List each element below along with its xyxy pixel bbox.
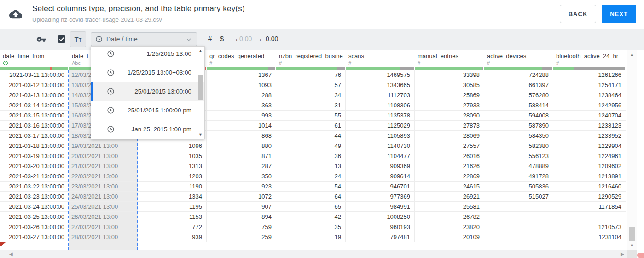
table-cell: 26/03/2021 13:00 — [69, 212, 138, 222]
table-cell: 1343665 — [346, 80, 415, 90]
column-header-label: manual_entries — [418, 50, 484, 59]
column-header[interactable]: scans# — [346, 50, 415, 67]
table-cell: 1190 — [138, 182, 207, 191]
horizontal-scrollbar[interactable]: ◀ ▶ — [0, 250, 627, 258]
format-option[interactable]: 25/01/2015 13:00:00 — [91, 82, 204, 101]
column-header-label: nzbn_registered_busine — [279, 50, 346, 59]
format-option[interactable]: Jan 25, 2015 1:00 pm — [91, 120, 204, 139]
table-row: 2021-03-26 13:00:0027/03/2021 13:0077275… — [0, 222, 626, 232]
column-header[interactable]: nzbn_registered_busine# — [276, 50, 346, 67]
table-cell: 33398 — [415, 70, 484, 80]
table-cell: 984991 — [346, 202, 415, 211]
table-cell: 505836 — [484, 182, 553, 191]
table-cell: 26782 — [415, 212, 484, 222]
column-header[interactable]: active_devices# — [484, 50, 553, 67]
clock-icon — [107, 69, 115, 76]
table-cell: 28/03/2021 13:00 — [69, 232, 138, 242]
table-cell — [484, 202, 553, 211]
vertical-scrollbar[interactable]: ▲ ▼ — [627, 50, 637, 252]
format-option[interactable]: 25/01/2015 1:00:00 pm — [91, 101, 204, 120]
table-cell: 868 — [207, 131, 276, 141]
clock-icon — [95, 35, 103, 43]
upload-cloud-icon — [9, 8, 22, 21]
scroll-down-icon[interactable]: ▼ — [627, 243, 637, 248]
table-cell: 772 — [138, 222, 207, 232]
table-cell: 1035 — [138, 151, 207, 161]
scroll-down-icon[interactable]: ▼ — [197, 132, 203, 137]
table-cell: 23/03/2021 13:00 — [69, 182, 138, 191]
column-header[interactable]: date_time_from — [0, 50, 69, 67]
table-cell: 2021-03-12 13:00:00 — [0, 80, 69, 90]
next-button[interactable]: NEXT — [602, 5, 636, 23]
table-cell: 556123 — [484, 151, 553, 161]
datetime-type-icon — [3, 59, 69, 66]
scroll-up-icon[interactable]: ▲ — [197, 48, 203, 53]
table-cell: 20/03/2021 13:00 — [69, 151, 138, 161]
table-cell: 25869 — [415, 90, 484, 100]
boolean-type-checkbox[interactable] — [58, 35, 65, 43]
table-cell: 1105893 — [346, 131, 415, 141]
table-cell: 20109 — [415, 232, 484, 242]
dropdown-scrollbar[interactable]: ▲ ▼ — [197, 48, 203, 137]
upload-status-text: Uploading nz-covid-tracer-usage-2021-03-… — [32, 16, 162, 23]
table-cell: 2021-03-27 13:00:00 — [0, 232, 69, 242]
horizontal-scrollbar-pink-thumb[interactable] — [637, 253, 644, 258]
table-cell: 2021-03-26 13:00:00 — [0, 222, 69, 232]
table-cell: 939 — [138, 232, 207, 242]
table-cell: 2021-03-16 13:00:00 — [0, 121, 69, 130]
vertical-scrollbar-thumb[interactable] — [629, 227, 635, 241]
table-cell: 1254171 — [553, 80, 626, 90]
table-cell: 923 — [207, 182, 276, 191]
table-row: 2021-03-27 13:00:0028/03/2021 13:0093925… — [0, 232, 626, 242]
table-cell: 907 — [207, 202, 276, 211]
column-header[interactable]: qr_codes_generated# — [207, 50, 276, 67]
table-cell: 588414 — [484, 100, 553, 110]
table-cell: 76 — [276, 70, 346, 80]
table-cell: 1008250 — [346, 212, 415, 222]
table-cell: 21/03/2021 13:00 — [69, 161, 138, 171]
primary-key-icon[interactable] — [36, 35, 46, 44]
scroll-right-icon[interactable]: ▶ — [621, 252, 624, 257]
column-header[interactable]: bluetooth_active_24_hr_# — [553, 50, 626, 67]
column-type-label: # — [279, 59, 346, 66]
page-title: Select columns type, precision, and the … — [32, 4, 245, 13]
table-cell: 977369 — [346, 192, 415, 201]
format-option-label: 1/25/2015 13:00+03:00 — [115, 69, 204, 76]
table-cell: 24615 — [415, 182, 484, 191]
quality-segment-gray — [482, 67, 483, 70]
scrollbar-corner — [627, 250, 637, 258]
table-row: 2021-03-24 13:00:0025/03/2021 13:0011959… — [0, 202, 626, 212]
table-cell: 1210573 — [553, 222, 626, 232]
chevron-down-icon — [185, 36, 192, 43]
scroll-up-icon[interactable]: ▲ — [627, 52, 637, 57]
table-cell: 1135378 — [346, 111, 415, 120]
table-cell: 363 — [207, 100, 276, 110]
back-button[interactable]: BACK — [560, 5, 596, 23]
dropdown-scrollbar-thumb[interactable] — [198, 75, 203, 100]
table-cell: 1096 — [138, 141, 207, 151]
format-option-label: 1/25/2015 13:00 — [115, 50, 204, 57]
table-row: 2021-03-20 13:00:0021/03/2021 13:0013132… — [0, 161, 626, 171]
format-option[interactable]: 1/25/2015 13:00+03:00 — [91, 63, 204, 82]
currency-type-button[interactable]: $ — [220, 35, 224, 42]
datetime-type-select[interactable]: Date / time — [91, 32, 197, 46]
table-cell: 1233952 — [553, 131, 626, 141]
clock-icon — [107, 125, 115, 133]
table-cell: 19 — [276, 232, 346, 242]
table-cell: 661397 — [484, 80, 553, 90]
column-quality-bar — [346, 67, 414, 70]
column-type-label: # — [487, 59, 553, 66]
number-type-button[interactable]: # — [208, 35, 212, 42]
table-cell: 1213891 — [553, 171, 626, 181]
column-header[interactable]: manual_entries# — [415, 50, 484, 67]
column-quality-bar — [553, 67, 625, 70]
table-cell: 1112703 — [346, 90, 415, 100]
text-type-button[interactable]: TT — [70, 31, 86, 47]
format-option[interactable]: 1/25/2015 13:00 — [91, 46, 204, 63]
decimal-shift-right-button[interactable]: →0.00 — [232, 35, 252, 42]
table-cell: 1125029 — [346, 121, 415, 130]
table-cell: 31 — [276, 100, 346, 110]
header-bar: Select columns type, precision, and the … — [0, 0, 644, 28]
decimal-shift-left-button[interactable]: ←0.00 — [258, 35, 278, 42]
scroll-left-icon[interactable]: ◀ — [9, 252, 13, 257]
